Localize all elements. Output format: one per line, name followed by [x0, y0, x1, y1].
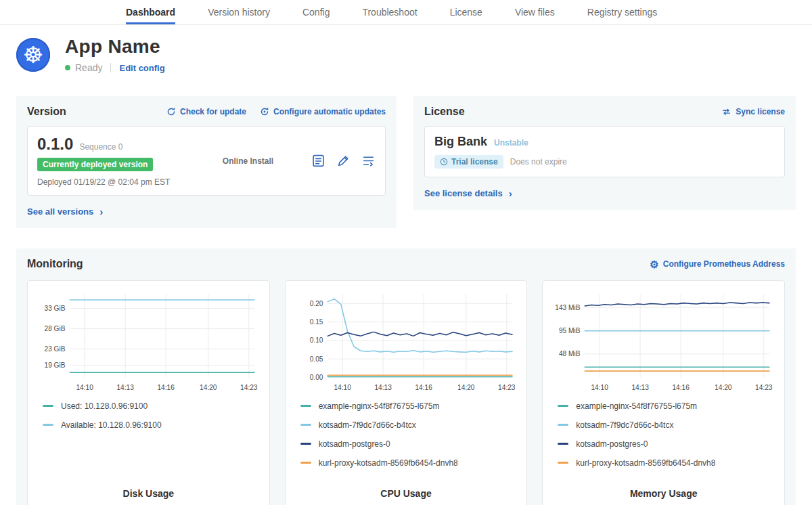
tab-troubleshoot[interactable]: Troubleshoot: [362, 0, 417, 24]
app-title: App Name: [65, 36, 165, 58]
legend-item: kurl-proxy-kotsadm-8569fb6454-dnvh8: [558, 458, 776, 468]
chevron-right-icon: ›: [99, 206, 103, 217]
license-expiry: Does not expire: [510, 157, 567, 167]
svg-text:0.00: 0.00: [309, 374, 323, 381]
svg-text:14:23: 14:23: [240, 384, 258, 391]
svg-text:14:13: 14:13: [116, 384, 134, 391]
svg-text:143 MiB: 143 MiB: [556, 304, 581, 311]
trial-license-label: Trial license: [451, 157, 498, 167]
see-license-details-label: See license details: [424, 188, 503, 198]
legend-item: kotsadm-7f9dc7d66c-b4tcx: [558, 420, 776, 430]
tab-registry-settings[interactable]: Registry settings: [587, 0, 657, 24]
status-text: Ready: [75, 62, 102, 73]
monitoring-section-title: Monitoring: [27, 258, 83, 270]
svg-text:14:20: 14:20: [457, 384, 475, 391]
svg-text:19 GiB: 19 GiB: [45, 361, 66, 369]
disk-usage-chart: 14:1014:1314:1614:2014:2333 GiB28 GiB23 …: [36, 288, 261, 396]
memory-usage-chart-card: 14:1014:1314:1614:2014:23143 MiB95 MiB48…: [542, 280, 785, 505]
tab-view-files[interactable]: View files: [515, 0, 555, 24]
configure-prometheus-link[interactable]: ⚙ Configure Prometheus Address: [650, 259, 785, 269]
deploy-logs-icon[interactable]: [361, 154, 376, 168]
legend-label: kurl-proxy-kotsadm-8569fb6454-dnvh8: [319, 458, 458, 468]
edit-config-link[interactable]: Edit config: [119, 63, 164, 73]
configure-prometheus-label: Configure Prometheus Address: [663, 259, 785, 269]
see-license-details-link[interactable]: See license details ›: [424, 188, 512, 198]
configure-automatic-updates-label: Configure automatic updates: [273, 107, 386, 116]
disk-usage-title: Disk Usage: [36, 488, 261, 499]
svg-text:14:20: 14:20: [200, 384, 217, 391]
cpu-usage-legend: example-nginx-54f8f76755-l675mkotsadm-7f…: [294, 401, 519, 468]
svg-text:14:16: 14:16: [673, 384, 690, 391]
legend-color-dash: [43, 405, 53, 407]
memory-usage-legend: example-nginx-54f8f76755-l675mkotsadm-7f…: [551, 401, 776, 468]
app-header: ☸ App Name Ready Edit config: [16, 36, 796, 73]
tab-version-history[interactable]: Version history: [208, 0, 270, 24]
svg-text:14:16: 14:16: [157, 384, 175, 391]
svg-text:48 MiB: 48 MiB: [559, 350, 581, 357]
sync-license-link[interactable]: Sync license: [721, 107, 785, 116]
svg-text:0.10: 0.10: [309, 336, 323, 344]
svg-text:28 GiB: 28 GiB: [45, 325, 66, 332]
svg-text:14:10: 14:10: [76, 384, 93, 391]
legend-label: example-nginx-54f8f76755-l675m: [576, 401, 697, 411]
legend-label: kotsadm-7f9dc7d66c-b4tcx: [576, 420, 673, 430]
legend-color-dash: [558, 443, 568, 445]
legend-item: Available: 10.128.0.96:9100: [43, 420, 261, 430]
check-for-update-link[interactable]: Check for update: [166, 107, 246, 116]
disk-usage-chart-card: 14:1014:1314:1614:2014:2333 GiB28 GiB23 …: [27, 280, 270, 505]
svg-text:14:16: 14:16: [415, 384, 432, 391]
edit-config-icon[interactable]: [336, 154, 351, 168]
legend-item: kotsadm-postgres-0: [300, 439, 519, 449]
cpu-usage-chart: 14:1014:1314:1614:2014:230.200.150.100.0…: [294, 288, 519, 396]
install-type-label: Online Install: [185, 156, 311, 166]
svg-text:0.05: 0.05: [309, 355, 323, 363]
check-for-update-label: Check for update: [180, 107, 246, 116]
legend-color-dash: [300, 424, 311, 426]
monitoring-section: Monitoring ⚙ Configure Prometheus Addres…: [16, 248, 796, 505]
see-all-versions-label: See all versions: [27, 206, 93, 217]
tab-dashboard[interactable]: Dashboard: [126, 0, 175, 24]
tab-license[interactable]: License: [450, 0, 482, 24]
legend-label: example-nginx-54f8f76755-l675m: [319, 401, 440, 411]
legend-color-dash: [558, 405, 568, 407]
refresh-icon: [166, 107, 176, 116]
version-section-title: Version: [27, 106, 66, 118]
svg-text:14:23: 14:23: [498, 384, 516, 391]
svg-text:14:10: 14:10: [334, 384, 351, 391]
legend-item: example-nginx-54f8f76755-l675m: [558, 401, 776, 411]
svg-text:23 GiB: 23 GiB: [45, 345, 66, 353]
dashboard-page: ☸ App Name Ready Edit config Version: [0, 36, 812, 505]
license-name: Big Bank: [434, 135, 487, 149]
memory-usage-title: Memory Usage: [551, 488, 776, 499]
legend-color-dash: [43, 424, 53, 426]
version-number: 0.1.0: [37, 135, 73, 154]
charts-row: 14:1014:1314:1614:2014:2333 GiB28 GiB23 …: [27, 280, 785, 505]
version-section: Version Check for update Configure autom…: [16, 96, 397, 228]
sequence-label: Sequence 0: [79, 142, 122, 152]
configure-automatic-updates-link[interactable]: Configure automatic updates: [260, 107, 386, 116]
cpu-usage-chart-card: 14:1014:1314:1614:2014:230.200.150.100.0…: [285, 280, 528, 505]
legend-color-dash: [558, 424, 568, 426]
see-all-versions-link[interactable]: See all versions ›: [27, 206, 103, 217]
svg-text:0.20: 0.20: [309, 300, 323, 307]
status-dot-icon: [65, 65, 70, 70]
legend-label: kotsadm-7f9dc7d66c-b4tcx: [319, 420, 416, 430]
release-notes-icon[interactable]: [311, 154, 325, 168]
license-section-title: License: [424, 106, 465, 118]
legend-color-dash: [558, 462, 568, 464]
cpu-usage-title: CPU Usage: [294, 488, 519, 499]
svg-text:14:13: 14:13: [632, 384, 650, 391]
legend-item: kotsadm-7f9dc7d66c-b4tcx: [300, 420, 519, 430]
divider: [110, 63, 111, 72]
tab-config[interactable]: Config: [302, 0, 330, 24]
clock-icon: [440, 158, 448, 166]
legend-color-dash: [300, 405, 311, 407]
legend-item: kurl-proxy-kotsadm-8569fb6454-dnvh8: [300, 458, 519, 468]
legend-label: kurl-proxy-kotsadm-8569fb6454-dnvh8: [576, 458, 715, 468]
svg-text:33 GiB: 33 GiB: [45, 305, 66, 312]
app-status-row: Ready Edit config: [65, 62, 165, 73]
disk-usage-legend: Used: 10.128.0.96:9100Available: 10.128.…: [36, 401, 261, 430]
cards-row: Version Check for update Configure autom…: [16, 96, 796, 228]
svg-text:14:13: 14:13: [374, 384, 392, 391]
sync-icon: [721, 107, 731, 116]
